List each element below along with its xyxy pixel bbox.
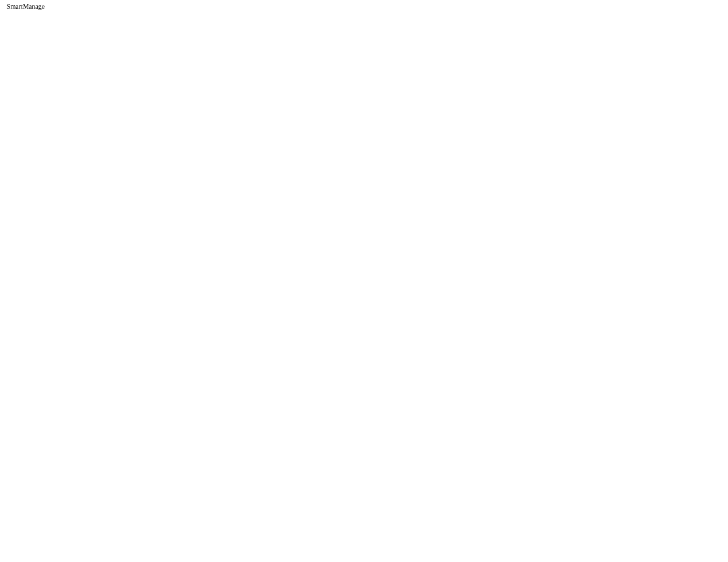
page-header: SmartManage — [0, 0, 728, 13]
